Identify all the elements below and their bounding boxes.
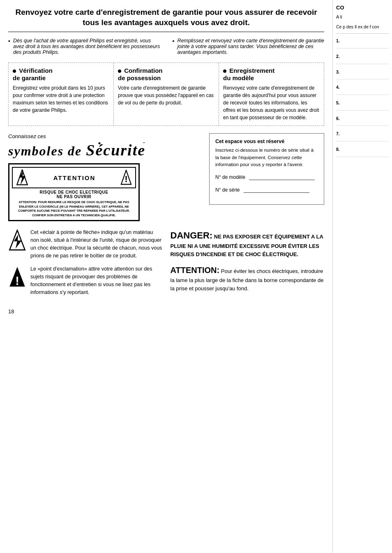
- sidebar-item-6-num: 6.: [336, 116, 341, 122]
- sidebar-item-4-num: 4.: [336, 84, 341, 90]
- sidebar-item-4: 4.: [336, 84, 389, 95]
- exclamation-warning-block: ! Le «point d'exclamation» attire votre …: [8, 265, 162, 296]
- attention-label: ATTENTION:: [171, 266, 220, 275]
- model-number-underline: [249, 174, 315, 180]
- sidebar-item-1: 1.: [336, 38, 389, 49]
- attention-subtitle-text: RISQUE DE CHOC ELECTRIQUENE PAS OUVRIR: [40, 190, 108, 199]
- sidebar-item-5-num: 5.: [336, 100, 341, 106]
- serial-number-underline: [244, 187, 309, 193]
- right-sidebar: CO A li Ce p des Il ex de f con 1. 2. 3.…: [333, 0, 392, 553]
- serial-box-title: Cet espace vous est réservé: [215, 139, 318, 144]
- sidebar-item-3: 3.: [336, 69, 389, 80]
- col2-bullet: [118, 69, 121, 73]
- attention-title: ATTENTION: [31, 174, 118, 181]
- sidebar-item-1-num: 1.: [336, 38, 341, 44]
- sidebar-item-8-num: 8.: [336, 146, 341, 153]
- svg-text:!: !: [125, 174, 127, 185]
- exclamation-warning-text: Le «point d'exclamation» attire votre at…: [30, 265, 162, 296]
- col3-title-line2: du modèle: [223, 74, 254, 81]
- attention-warning-box: ATTENTION ! RISQUE DE CHOC ELECTRIQUENE …: [8, 163, 140, 221]
- serial-number-field: N° de série: [215, 187, 318, 193]
- bottom-section: Cet «éclair à pointe de flèche» indique …: [8, 229, 324, 302]
- col1-title-line1: Vérification: [19, 67, 53, 74]
- sidebar-item-3-num: 3.: [336, 69, 341, 75]
- lightning-warning-block: Cet «éclair à pointe de flèche» indique …: [8, 229, 162, 259]
- header-title-text: Renvoyez votre carte d'enregistrement de…: [15, 8, 317, 27]
- attention-block: ATTENTION: Pour éviter les chocs électri…: [171, 264, 325, 292]
- svg-text:!: !: [15, 274, 19, 287]
- sidebar-item-6: 6.: [336, 116, 389, 126]
- danger-label: DANGER:: [171, 230, 213, 241]
- col-verification: Vérification de garantie Enregistrez vot…: [9, 63, 114, 125]
- lightning-left-icon: [16, 169, 28, 186]
- danger-block: DANGER: NE PAS EXPOSER CET ÉQUIPEMENT A …: [171, 229, 325, 258]
- model-number-field: N° de modèle: [215, 174, 318, 180]
- col2-body: Votre carte d'enregistrement de garantie…: [118, 84, 214, 106]
- sidebar-intro-text: Ce p des Il ex de f con: [336, 24, 389, 34]
- sidebar-item-5: 5.: [336, 100, 389, 111]
- attention-fine-print: ATTENTION: POUR REDUIRE LE RESQOE DE CHO…: [12, 200, 136, 217]
- three-columns-section: Vérification de garantie Enregistrez vot…: [8, 62, 324, 126]
- main-content: Renvoyez votre carte d'enregistrement de…: [0, 0, 333, 553]
- serial-number-box: Cet espace vous est réservé Inscrivez ci…: [209, 133, 324, 205]
- col-confirmation: Confirmation de possession Votre carte d…: [114, 63, 219, 125]
- sidebar-title: CO: [336, 4, 389, 12]
- page-header-title: Renvoyez votre carte d'enregistrement de…: [8, 7, 324, 32]
- sidebar-item-8: 8.: [336, 146, 389, 157]
- col2-title: Confirmation de possession: [118, 67, 214, 82]
- sidebar-item-2: 2.: [336, 53, 389, 64]
- col1-bullet: [13, 69, 16, 73]
- security-symboles-prefix: symboles de: [8, 143, 82, 158]
- col3-title-line1: Enregistrement: [229, 67, 274, 74]
- col1-body: Enregistrez votre produit dans les 10 jo…: [13, 84, 109, 114]
- lightning-warning-text: Cet «éclair à pointe de flèche» indique …: [30, 229, 162, 259]
- col2-title-line1: Confirmation: [124, 67, 162, 74]
- page-number: 18: [8, 308, 324, 315]
- security-big-word: Sécuritë: [86, 141, 145, 159]
- serial-number-label: N° de série: [215, 187, 240, 193]
- sidebar-item-7: 7.: [336, 131, 389, 141]
- intro-col-1: Dès que l'achat de votre appareil Philip…: [8, 38, 160, 55]
- attention-subtitle: RISQUE DE CHOC ELECTRIQUENE PAS OUVRIR: [12, 190, 136, 199]
- col1-title: Vérification de garantie: [13, 67, 109, 82]
- intro-text-1: Dès que l'achat de votre appareil Philip…: [13, 38, 160, 55]
- sidebar-subtitle: A li: [336, 14, 389, 20]
- lightning-small-icon: [8, 229, 26, 253]
- col3-body: Renvoyez votre carte d'enregistrement de…: [223, 84, 320, 121]
- security-intro: Connaissez ces: [8, 133, 201, 139]
- col-enregistrement: Enregistrement du modèle Renvoyez votre …: [219, 63, 324, 125]
- sidebar-item-7-num: 7.: [336, 131, 341, 137]
- intro-col-2: Remplissez et renvoyez votre carte d'enr…: [173, 38, 325, 55]
- intro-section: Dès que l'achat de votre appareil Philip…: [8, 38, 324, 55]
- bottom-right: DANGER: NE PAS EXPOSER CET ÉQUIPEMENT A …: [171, 229, 325, 302]
- security-section: Connaissez ces symboles de Sécuritë ATT…: [8, 133, 324, 221]
- attention-header: ATTENTION !: [12, 167, 136, 188]
- security-symboles: symboles de Sécuritë: [8, 141, 201, 159]
- intro-text-2: Remplissez et renvoyez votre carte d'enr…: [178, 38, 325, 55]
- model-number-label: N° de modèle: [215, 174, 245, 180]
- exclamation-right-icon: !: [120, 170, 132, 185]
- col3-bullet: [223, 69, 226, 73]
- col1-title-line2: de garantie: [13, 74, 46, 81]
- exclamation-small-icon: !: [8, 266, 26, 290]
- col2-title-line2: de possession: [118, 74, 161, 81]
- security-left: Connaissez ces symboles de Sécuritë ATT…: [8, 133, 201, 221]
- col3-title: Enregistrement du modèle: [223, 67, 320, 82]
- bottom-left: Cet «éclair à pointe de flèche» indique …: [8, 229, 162, 302]
- serial-box-desc: Inscrivez ci-dessous le numéro de série …: [215, 147, 318, 168]
- sidebar-item-2-num: 2.: [336, 53, 341, 60]
- sidebar-numbered-list: 1. 2. 3. 4. 5. 6. 7. 8.: [336, 38, 389, 157]
